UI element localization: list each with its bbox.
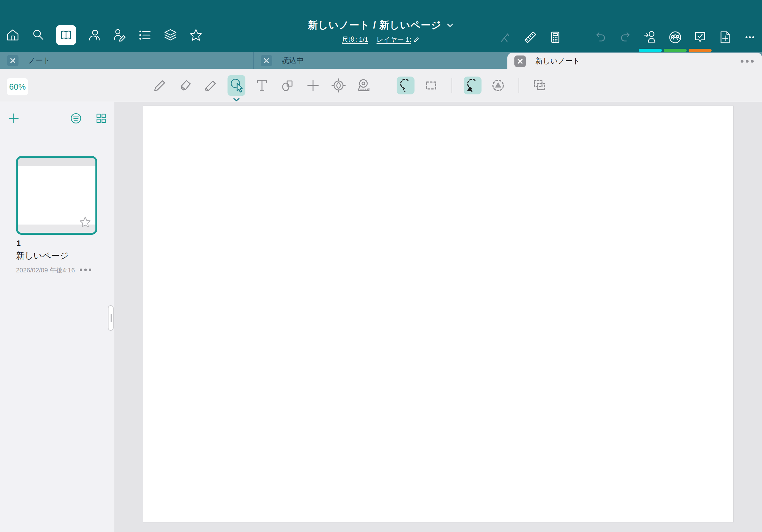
tab-label: 新しいノート (535, 56, 580, 66)
layers-icon (163, 28, 178, 42)
canvas-area (114, 102, 762, 532)
search-button[interactable] (31, 28, 46, 43)
pen-icon (152, 77, 168, 94)
meeting-button[interactable] (667, 30, 683, 45)
search-icon (31, 28, 45, 42)
filter-pages-button[interactable] (69, 112, 83, 125)
undo-button[interactable] (593, 30, 608, 45)
lasso-tool-button[interactable] (397, 77, 415, 95)
lasso-icon (397, 77, 414, 94)
marquee-tool-button[interactable] (422, 77, 440, 95)
close-icon (517, 58, 523, 64)
tab-loading-close-button[interactable] (261, 55, 272, 66)
marker-icon (203, 77, 219, 94)
shared-notes-button[interactable] (86, 28, 102, 43)
text-tool-button[interactable] (253, 77, 271, 95)
invite-user-button[interactable] (643, 30, 658, 45)
plus-icon (7, 112, 21, 125)
shape-select-tool-button[interactable] (489, 77, 507, 95)
calculator-button[interactable] (548, 30, 563, 45)
filter-icon (69, 112, 83, 125)
star-icon (189, 28, 203, 42)
meeting-icon (668, 30, 683, 45)
favorite-star-icon[interactable] (78, 215, 92, 229)
more-button[interactable] (742, 30, 758, 45)
add-page-icon (718, 30, 732, 45)
list-icon (137, 28, 152, 42)
redo-button[interactable] (618, 30, 633, 45)
invite-underline-badge (639, 49, 662, 52)
open-book-icon (59, 28, 73, 42)
approved-note-button[interactable] (692, 30, 708, 45)
cross-line-tool-button[interactable] (304, 77, 322, 95)
sidebar-resize-handle[interactable] (108, 305, 114, 331)
topbar-right-icons (498, 30, 758, 45)
grid-view-button[interactable] (95, 112, 108, 125)
document-title-row[interactable]: 新しいノート / 新しいページ (308, 19, 454, 32)
note-page-canvas[interactable] (143, 106, 733, 522)
home-icon (5, 28, 20, 42)
thumbnail-header-strip (18, 158, 95, 166)
page-thumbnail[interactable] (16, 156, 97, 235)
shape-tool-button[interactable] (278, 77, 296, 95)
redo-icon (618, 30, 633, 45)
close-icon (264, 58, 269, 63)
home-button[interactable] (5, 28, 21, 43)
tab-note[interactable]: ノート (0, 52, 254, 69)
tab-label: 読込中 (282, 55, 304, 65)
tab-new-note-close-button[interactable] (514, 55, 526, 67)
sidebar-header (0, 112, 114, 126)
laser-pointer-button[interactable] (498, 30, 513, 45)
grid-icon (95, 112, 108, 125)
tape-measure-tool-button[interactable] (355, 77, 373, 95)
page-more-button[interactable] (80, 269, 91, 271)
lasso-object-icon (464, 77, 481, 94)
shape-select-icon (490, 77, 506, 94)
marker-tool-button[interactable] (202, 77, 220, 95)
person-pen-icon (112, 28, 127, 42)
page-date: 2026/02/09 午後4:16 (16, 266, 75, 275)
close-icon (10, 58, 16, 63)
zoom-level-badge[interactable]: 60% (7, 78, 28, 96)
select-cursor-icon (228, 77, 245, 94)
paste-region-tool-button[interactable] (531, 77, 549, 95)
marquee-icon (423, 77, 439, 94)
tab-bar: ノート 読込中 新しいノート (0, 52, 762, 69)
content-area: 1 新しいページ 2026/02/09 午後4:16 (0, 102, 762, 532)
note-app-window: 新しいノート / 新しいページ 尺度: 1/1 レイヤー 1: (0, 0, 762, 532)
chevron-down-icon (446, 21, 454, 29)
tab-note-close-button[interactable] (7, 55, 19, 66)
tools-toolbar: 60% (0, 69, 762, 102)
add-page-button[interactable] (717, 30, 733, 45)
tape-measure-icon (356, 77, 372, 94)
list-button[interactable] (137, 28, 153, 43)
ellipsis-icon (742, 30, 757, 45)
invite-user-icon (643, 30, 658, 45)
tool-options-chevron-icon[interactable] (233, 97, 240, 101)
library-button[interactable] (56, 25, 76, 45)
topbar-left-icons (5, 25, 203, 45)
ruler-button[interactable] (523, 30, 538, 45)
document-subtitle-row: 尺度: 1/1 レイヤー 1: (308, 35, 454, 44)
approved-underline-badge (689, 49, 712, 52)
layer-link[interactable]: レイヤー 1: (377, 35, 420, 44)
layers-button[interactable] (163, 28, 178, 43)
document-title: 新しいノート / 新しいページ (308, 19, 442, 32)
tab-more-button[interactable] (741, 60, 754, 62)
eraser-tool-button[interactable] (177, 77, 194, 95)
compass-tool-button[interactable] (330, 77, 347, 95)
tab-loading[interactable]: 読込中 (254, 52, 507, 69)
add-page-button-sidebar[interactable] (7, 112, 21, 125)
select-cursor-tool-button[interactable] (228, 75, 245, 96)
top-bar: 新しいノート / 新しいページ 尺度: 1/1 レイヤー 1: (0, 0, 762, 52)
favorites-button[interactable] (188, 28, 203, 43)
page-number: 1 (17, 239, 21, 248)
scale-link[interactable]: 尺度: 1/1 (342, 35, 368, 44)
page-title: 新しいページ (16, 250, 69, 262)
laser-pointer-icon (498, 30, 513, 45)
tab-new-note[interactable]: 新しいノート (507, 53, 762, 70)
pen-tool-button[interactable] (151, 77, 169, 95)
meeting-underline-badge (664, 49, 687, 52)
handwriting-button[interactable] (112, 28, 127, 43)
lasso-object-tool-button[interactable] (464, 77, 482, 95)
